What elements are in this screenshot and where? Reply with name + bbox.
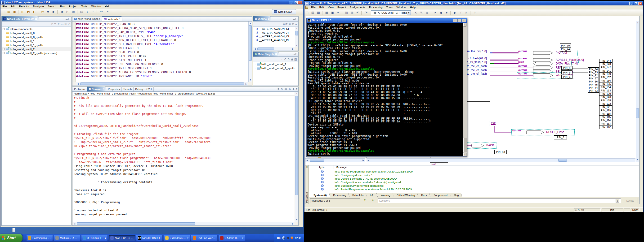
pin-assignment[interactable]: PIN_113 (600, 122, 612, 125)
menu-item-search[interactable]: Search (46, 4, 58, 8)
pin-assignment[interactable]: PIN_73 (588, 89, 598, 92)
pin-assignment[interactable]: PIN_122 (600, 102, 612, 106)
pin-assignment[interactable]: PIN_139 (600, 73, 612, 76)
view-close-icon[interactable]: ⊠ (35, 18, 37, 20)
build-target-icon[interactable]: ◉ (291, 58, 293, 61)
prev-annotation-icon[interactable]: ↑ (90, 9, 96, 14)
menu-item-help[interactable]: Help (103, 4, 112, 8)
build-icon[interactable]: ⚒ (40, 9, 45, 14)
open-element-icon[interactable]: ◳ (65, 9, 70, 14)
run-external-tools-icon[interactable]: ◉ (60, 9, 65, 14)
next-annotation-icon[interactable]: ↓ (85, 9, 90, 14)
clear-icon[interactable]: ▭ (284, 87, 287, 91)
menu-item-view[interactable]: View (326, 5, 336, 9)
console-hscrollbar[interactable]: ◀▶ (73, 222, 294, 226)
pin-assignment[interactable]: PIN_94 (588, 68, 598, 71)
scroll-lock-icon[interactable]: ⇅ (288, 87, 291, 91)
menu-item-file[interactable]: File (309, 5, 318, 9)
save-icon[interactable]: ▦ (316, 10, 321, 15)
pin-assignment[interactable]: PIN_129 (600, 92, 612, 96)
remove-launch-icon[interactable]: ✕ (280, 87, 283, 91)
messages-tab-critical-warning[interactable]: Critical Warning (392, 193, 418, 197)
messages-close-icon[interactable]: x (306, 166, 308, 168)
taskbar-button-multisim[interactable]: Multisim - [ARC... (54, 235, 80, 241)
navigator-hscrollbar[interactable]: ◀▶ (306, 158, 365, 162)
timing-icon[interactable]: ◔ (472, 10, 477, 15)
pin-assignment[interactable]: PIN_9 (561, 70, 572, 74)
collapse-all-icon[interactable]: ▭ (61, 22, 64, 26)
analysis-synthesis-icon[interactable]: ✕ (413, 10, 418, 15)
console-output[interactable]: #!/bin/sh## This file was automatically … (73, 96, 294, 222)
pin-assignment[interactable]: PIN_136 (600, 79, 612, 83)
location-dropdown-icon[interactable]: ▾ (616, 199, 620, 203)
verify-icon[interactable]: ✓ (458, 10, 463, 15)
vcc-symbol[interactable]: VCC (491, 122, 496, 125)
taskbar-button-outlook[interactable]: Posteingang - ... (26, 235, 53, 241)
hide-empty-folders-icon[interactable]: ▨ (294, 58, 297, 61)
pin-assignment[interactable]: PIN_126 (600, 96, 612, 99)
pin-assignment[interactable]: PIN_141 (600, 69, 612, 73)
back-icon[interactable]: ↶ (51, 22, 53, 26)
tree-expander[interactable]: + (2, 52, 5, 54)
make-targets-view-tab[interactable]: ◎ Make Targets ⊠ (253, 52, 279, 56)
undo-icon[interactable]: ↶ (355, 10, 360, 15)
view-minimize-icon[interactable]: ▭ (293, 53, 295, 56)
pin-column-right[interactable]: PIN_144PIN_143PIN_142PIN_141PIN_139PIN_1… (599, 59, 612, 129)
net-name-label[interactable]: RESET_Flash (546, 130, 564, 134)
view-close-icon[interactable]: ⊠ (275, 53, 277, 55)
taskbar-button-firefox[interactable]: Text und Web ... (191, 235, 218, 241)
menu-item-window[interactable]: Window (89, 4, 103, 8)
project-tree-item[interactable]: +Chello_world_small_2 (2, 47, 71, 51)
tree-expander[interactable]: + (254, 67, 256, 69)
tab-close-icon[interactable]: ✕ (103, 88, 104, 90)
filter-icon[interactable]: ⚿ (65, 22, 67, 26)
column-header-type[interactable]: Type (309, 165, 334, 169)
pin-assignment[interactable]: PIN_92 (588, 74, 598, 77)
pin-assignment[interactable]: PIN_135 (600, 83, 612, 86)
menu-item-help[interactable]: Help (408, 5, 418, 9)
group-dropdown-icon[interactable]: ▾ (187, 237, 188, 240)
console-panel-tab-properties[interactable]: Properties (106, 87, 122, 92)
new-wizard-icon[interactable]: ▢ (0, 9, 6, 14)
menu-item-run[interactable]: Run (58, 4, 67, 8)
console-vscrollbar[interactable]: ▲▼ (295, 92, 298, 222)
minimize-button[interactable]: _ (629, 2, 633, 5)
language-indicator[interactable]: DE (277, 237, 280, 240)
menu-item-navigate[interactable]: Navigate (31, 4, 46, 8)
new-c-file-icon[interactable]: ◧ (32, 9, 37, 14)
menu-item-edit[interactable]: Edit (318, 5, 326, 9)
pin-group-top[interactable]: PIN_70PIN_24 (560, 43, 571, 52)
taskbar-button-quartus[interactable]: 3 Quartus II▾ (81, 235, 108, 241)
view-maximize-icon[interactable]: ☐ (295, 18, 298, 20)
hide-non-public-icon[interactable]: ● (295, 22, 297, 26)
home-icon[interactable]: ⌂ (282, 58, 283, 61)
console-panel-tab-search[interactable]: Search (122, 87, 134, 92)
start-compilation-icon[interactable]: ▶ (452, 10, 458, 15)
tree-expander[interactable]: + (254, 63, 256, 65)
taskbar-button-console[interactable]: C:\Nios II EDS 8.1 (136, 235, 163, 241)
messages-tab-extra-info[interactable]: Extra Info (348, 193, 367, 197)
editor-vscrollbar[interactable]: ▲▼ (248, 21, 252, 82)
pin-assignment[interactable]: PIN_74 (588, 86, 598, 89)
save-icon[interactable]: ▦ (6, 9, 11, 14)
pin-assignment[interactable]: PIN_86 (588, 80, 598, 83)
outline-item[interactable]: #__ALTERA_AVALON_OI (253, 34, 295, 38)
console-panel-tab-debug[interactable]: Debug (134, 87, 145, 92)
schematic-hscrollbar[interactable]: ◀ (366, 158, 636, 162)
message-row[interactable]: iInfo: Configuring device index 1 (309, 173, 639, 177)
pin-assignment[interactable]: PIN_144 (600, 59, 612, 63)
previous-message-button[interactable]: ⬆ (362, 198, 368, 203)
pin-assignment[interactable]: PIN_24 (560, 47, 570, 51)
hide-icons-arrow-icon[interactable]: ◀ (282, 236, 285, 240)
close-button[interactable]: ✕ (638, 2, 642, 5)
pin-assignment[interactable]: PIN_93 (588, 71, 598, 74)
make-target-item[interactable]: +Chello_world_small_2 (253, 62, 298, 66)
messages-tab-error[interactable]: Error (418, 193, 431, 197)
locate-button[interactable]: Locate (623, 198, 638, 203)
terminal-vscrollbar[interactable]: ▲ ▼ (463, 23, 466, 156)
combobox-dropdown-icon[interactable]: ▾ (407, 11, 410, 15)
editor-tab-system.h[interactable]: .hsystem.h✕ (102, 16, 122, 21)
messages-tab-processing[interactable]: Processing (329, 193, 350, 197)
project-tree-item[interactable]: hello_world_small_1 (2, 39, 71, 43)
messages-tab-warning[interactable]: Warning (377, 193, 394, 197)
